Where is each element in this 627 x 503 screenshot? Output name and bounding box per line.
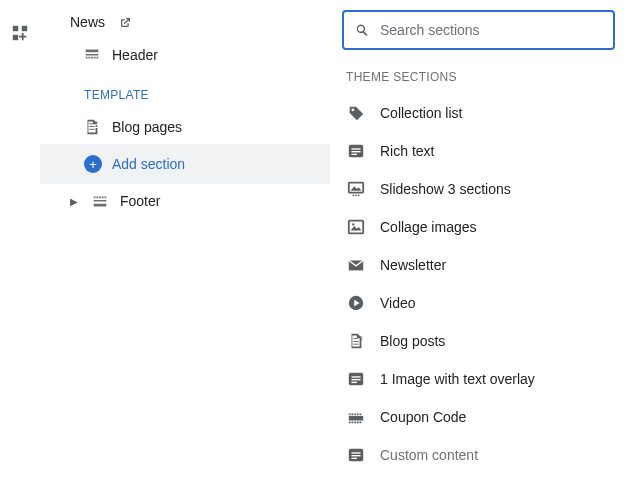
section-option-custom-content[interactable]: Custom content xyxy=(342,436,615,474)
svg-point-14 xyxy=(358,194,360,196)
svg-rect-10 xyxy=(349,183,363,193)
tag-icon xyxy=(346,104,366,122)
svg-marker-11 xyxy=(351,186,362,191)
sidebar-item-label: Footer xyxy=(120,193,160,209)
sidebar-item-footer[interactable]: ▶ Footer xyxy=(40,184,330,218)
plus-circle-icon: + xyxy=(84,155,102,173)
svg-rect-5 xyxy=(89,129,94,130)
section-option-label: Rich text xyxy=(380,143,434,159)
slideshow-icon xyxy=(346,180,366,198)
search-icon xyxy=(354,22,370,38)
chevron-right-icon: ▶ xyxy=(70,196,80,207)
search-input-wrapper[interactable] xyxy=(342,10,615,50)
add-section-button[interactable]: + Add section xyxy=(40,144,330,184)
svg-marker-16 xyxy=(351,226,362,231)
svg-rect-9 xyxy=(352,154,357,155)
apps-icon[interactable] xyxy=(11,24,29,45)
sidebar: News Header TEMPLATE Blog pages + Add se… xyxy=(40,0,330,503)
svg-point-17 xyxy=(352,223,354,225)
svg-rect-29 xyxy=(352,382,357,383)
richtext-icon xyxy=(346,142,366,160)
svg-point-12 xyxy=(352,194,354,196)
richtext-icon xyxy=(346,370,366,388)
richtext-icon xyxy=(346,446,366,464)
section-option-label: 1 Image with text overlay xyxy=(380,371,535,387)
coupon-icon xyxy=(346,408,366,426)
svg-rect-25 xyxy=(361,339,363,340)
sidebar-item-label: Blog pages xyxy=(112,119,182,135)
svg-rect-2 xyxy=(13,35,18,40)
add-section-label: Add section xyxy=(112,156,185,172)
blog-icon xyxy=(346,332,366,350)
section-option-label: Collage images xyxy=(380,219,477,235)
svg-rect-0 xyxy=(13,26,18,31)
svg-rect-33 xyxy=(352,458,357,459)
section-option-rich-text[interactable]: Rich text xyxy=(342,132,615,170)
section-option-coupon-code[interactable]: Coupon Code xyxy=(342,398,615,436)
section-option-label: Video xyxy=(380,295,416,311)
svg-rect-32 xyxy=(352,455,361,456)
sections-list[interactable]: Collection list Rich text Slideshow 3 se… xyxy=(342,94,615,489)
section-option-label: Newsletter xyxy=(380,257,446,273)
svg-rect-24 xyxy=(361,337,363,338)
sidebar-item-blog-pages[interactable]: Blog pages xyxy=(40,110,330,144)
image-icon xyxy=(346,218,366,236)
svg-rect-27 xyxy=(352,376,361,377)
svg-rect-1 xyxy=(22,26,27,31)
page-label: News xyxy=(70,14,105,30)
svg-rect-4 xyxy=(89,126,94,127)
section-option-slideshow[interactable]: Slideshow 3 sections xyxy=(342,170,615,208)
section-option-label: Coupon Code xyxy=(380,409,466,425)
sidebar-item-header[interactable]: Header xyxy=(40,38,330,72)
svg-rect-23 xyxy=(353,344,358,345)
svg-rect-21 xyxy=(353,338,358,339)
left-rail xyxy=(0,0,40,503)
theme-sections-label: THEME SECTIONS xyxy=(342,50,615,94)
section-option-label: Custom content xyxy=(380,447,478,463)
mail-icon xyxy=(346,256,366,274)
svg-rect-22 xyxy=(353,341,358,342)
svg-rect-28 xyxy=(352,379,361,380)
section-option-collage[interactable]: Collage images xyxy=(342,208,615,246)
section-option-label: Blog posts xyxy=(380,333,445,349)
template-group-label: TEMPLATE xyxy=(40,72,330,110)
section-option-blog-posts[interactable]: Blog posts xyxy=(342,322,615,360)
svg-rect-31 xyxy=(352,452,361,453)
section-option-label: Slideshow 3 sections xyxy=(380,181,511,197)
svg-rect-7 xyxy=(352,148,361,149)
section-option-newsletter[interactable]: Newsletter xyxy=(342,246,615,284)
sidebar-item-news[interactable]: News xyxy=(40,6,330,38)
section-option-image-text-overlay[interactable]: 1 Image with text overlay xyxy=(342,360,615,398)
external-link-icon xyxy=(119,16,132,29)
video-icon xyxy=(346,294,366,312)
section-option-video[interactable]: Video xyxy=(342,284,615,322)
header-section-icon xyxy=(82,46,102,64)
svg-rect-8 xyxy=(352,151,361,152)
blog-icon xyxy=(82,118,102,136)
section-picker-panel: THEME SECTIONS Collection list Rich text… xyxy=(330,0,627,503)
section-option-collection-list[interactable]: Collection list xyxy=(342,94,615,132)
svg-rect-3 xyxy=(89,123,93,124)
section-option-label: Collection list xyxy=(380,105,462,121)
search-input[interactable] xyxy=(380,22,603,38)
footer-section-icon xyxy=(90,192,110,210)
svg-point-13 xyxy=(355,194,357,196)
sidebar-item-label: Header xyxy=(112,47,158,63)
svg-rect-15 xyxy=(349,221,363,234)
